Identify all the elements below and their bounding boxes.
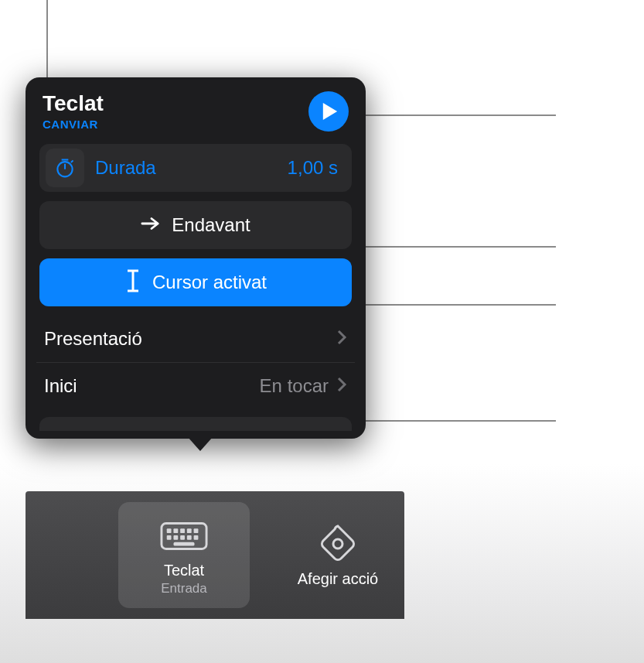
svg-point-12 <box>333 539 342 549</box>
svg-rect-7 <box>173 535 178 540</box>
callout-line <box>355 114 556 116</box>
svg-rect-4 <box>187 528 192 533</box>
cursor-icon <box>124 269 141 296</box>
keyboard-icon <box>160 514 208 557</box>
arrow-right-icon <box>141 216 161 234</box>
svg-rect-3 <box>180 528 185 533</box>
direction-label: Endavant <box>172 214 250 236</box>
callout-line <box>355 246 556 248</box>
popover-title: Teclat <box>43 91 104 116</box>
svg-rect-9 <box>187 535 192 540</box>
change-link[interactable]: CANVIAR <box>43 118 104 131</box>
cursor-row[interactable]: Cursor activat <box>39 258 352 306</box>
svg-rect-5 <box>194 528 199 533</box>
toolbar-item-keyboard[interactable]: Teclat Entrada <box>118 502 250 608</box>
duration-value: 1,00 s <box>288 157 338 179</box>
svg-rect-1 <box>167 528 172 533</box>
timer-icon <box>46 149 84 187</box>
animation-popover: Teclat CANVIAR Durada 1,00 s <box>26 77 366 439</box>
presentation-row[interactable]: Presentació <box>39 316 352 362</box>
toolbar-item-add-action[interactable]: Afegir acció <box>284 502 392 608</box>
start-value: En tocar <box>260 375 329 397</box>
next-row-peek <box>39 417 352 431</box>
svg-rect-6 <box>167 535 172 540</box>
chevron-right-icon <box>336 376 347 396</box>
direction-row[interactable]: Endavant <box>39 201 352 249</box>
start-label: Inici <box>44 375 77 397</box>
action-toolbar: Teclat Entrada Afegir acció <box>26 491 404 619</box>
canvas: Teclat Entrada Afegir acció Teclat CANVI… <box>0 0 644 663</box>
svg-rect-11 <box>173 542 194 546</box>
svg-rect-8 <box>180 535 185 540</box>
svg-rect-2 <box>173 528 178 533</box>
chevron-right-icon <box>336 329 347 349</box>
presentation-label: Presentació <box>44 328 142 350</box>
start-row[interactable]: Inici En tocar <box>39 363 352 409</box>
duration-left: Durada <box>53 149 156 187</box>
callout-line <box>355 304 556 306</box>
preview-play-button[interactable] <box>308 91 349 132</box>
toolbar-item-title: Teclat <box>164 562 204 579</box>
toolbar-item-title: Afegir acció <box>298 570 379 588</box>
popover-header: Teclat CANVIAR <box>39 91 352 132</box>
popover-header-left: Teclat CANVIAR <box>43 91 104 131</box>
cursor-label: Cursor activat <box>152 272 267 293</box>
duration-label: Durada <box>95 157 156 179</box>
add-action-icon <box>317 522 359 566</box>
play-icon <box>322 101 339 121</box>
svg-rect-10 <box>194 535 199 540</box>
duration-row[interactable]: Durada 1,00 s <box>39 144 352 192</box>
svg-line-16 <box>71 160 73 162</box>
toolbar-item-subtitle: Entrada <box>161 581 207 596</box>
callout-line <box>355 420 556 422</box>
